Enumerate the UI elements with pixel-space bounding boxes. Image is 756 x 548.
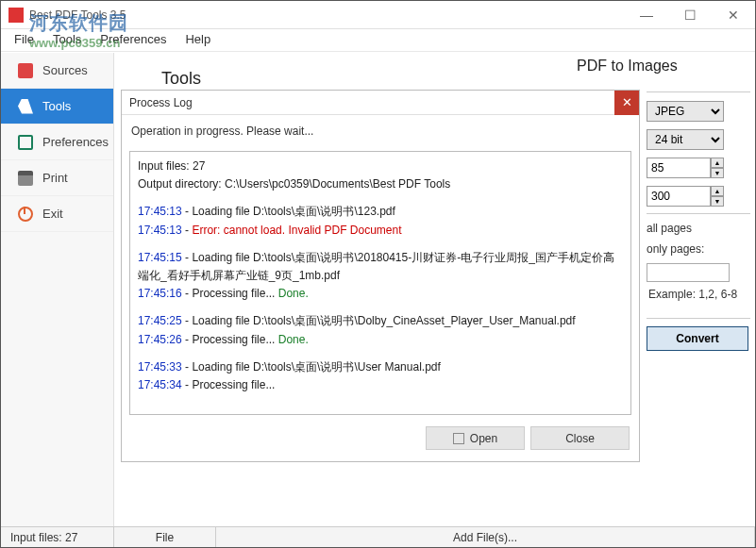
conversion-options-panel: JPEG 24 bit ▲▼ ▲▼ all pages only pages: … (647, 86, 750, 351)
log-line: 17:45:15 - Loading file D:\tools\桌面\说明书\… (138, 249, 623, 285)
menu-bar: File Tools Preferences Help (1, 29, 755, 52)
menu-preferences[interactable]: Preferences (91, 29, 176, 51)
status-input-files: Input files: 27 (1, 527, 114, 547)
print-icon (18, 171, 33, 186)
dialog-titlebar: Process Log ✕ (122, 91, 639, 115)
status-file-button[interactable]: File (114, 527, 216, 547)
sidebar: Sources Tools Preferences Print Exit (1, 53, 114, 526)
dialog-close-button[interactable]: ✕ (614, 91, 639, 115)
log-line: Input files: 27 (138, 158, 623, 175)
page-range-input[interactable] (647, 263, 730, 282)
sidebar-item-preferences[interactable]: Preferences (1, 125, 113, 160)
log-line: 17:45:26 - Processing file... Done. (138, 331, 623, 349)
sidebar-label: Sources (42, 63, 88, 77)
log-line: Output directory: C:\Users\pc0359\Docume… (138, 175, 623, 193)
title-bar: Best PDF Tools 3.5 — ☐ ✕ (1, 1, 755, 29)
sidebar-label: Exit (42, 207, 63, 221)
dpi-input[interactable] (647, 186, 711, 207)
dialog-status: Operation in progress. Please wait... (122, 115, 639, 151)
quality-input[interactable] (647, 158, 711, 178)
dpi-spinner[interactable]: ▲▼ (711, 186, 724, 207)
page-title-pdf-to-images: PDF to Images (577, 58, 678, 75)
close-window-button[interactable]: ✕ (712, 1, 755, 29)
example-text: Example: 1,2, 6-8 (648, 288, 750, 301)
menu-file[interactable]: File (5, 29, 43, 51)
log-line: 17:45:34 - Processing file... (138, 376, 623, 394)
close-button[interactable]: Close (530, 426, 630, 450)
convert-button[interactable]: Convert (647, 326, 748, 351)
open-button[interactable]: Open (426, 426, 525, 450)
sidebar-label: Print (42, 171, 68, 185)
dialog-title: Process Log (129, 96, 193, 109)
sidebar-label: Tools (42, 99, 71, 113)
log-line: 17:45:16 - Processing file... Done. (138, 285, 623, 303)
only-pages-option[interactable]: only pages: (647, 242, 750, 256)
app-icon (8, 8, 24, 23)
page-title-tools: Tools (161, 69, 201, 89)
minimize-button[interactable]: — (625, 1, 668, 29)
color-depth-select[interactable]: 24 bit (647, 129, 724, 150)
format-select[interactable]: JPEG (647, 101, 724, 122)
menu-tools[interactable]: Tools (43, 29, 91, 51)
log-line: 17:45:13 - Loading file D:\tools\桌面\说明书\… (138, 203, 623, 221)
preferences-icon (18, 135, 33, 150)
sidebar-item-sources[interactable]: Sources (1, 53, 113, 89)
all-pages-option[interactable]: all pages (647, 222, 750, 235)
process-log-dialog: Process Log ✕ Operation in progress. Ple… (121, 90, 640, 462)
maximize-button[interactable]: ☐ (668, 1, 712, 29)
log-line: 17:45:33 - Loading file D:\tools\桌面\说明书\… (138, 358, 623, 376)
window-title: Best PDF Tools 3.5 (29, 8, 126, 22)
menu-help[interactable]: Help (176, 29, 220, 51)
status-bar: Input files: 27 File Add File(s)... (1, 526, 755, 547)
status-add-files-button[interactable]: Add File(s)... (216, 527, 755, 547)
exit-icon (18, 207, 33, 222)
log-line: 17:45:25 - Loading file D:\tools\桌面\说明书\… (138, 312, 623, 330)
quality-spinner[interactable]: ▲▼ (711, 158, 724, 178)
tools-icon (18, 99, 33, 114)
sources-icon (18, 63, 33, 78)
open-icon (453, 433, 464, 444)
sidebar-item-exit[interactable]: Exit (1, 196, 113, 232)
sidebar-item-print[interactable]: Print (1, 160, 113, 196)
log-line: 17:45:13 - Error: cannot load. Invalid P… (138, 222, 623, 240)
log-textarea[interactable]: Input files: 27 Output directory: C:\Use… (129, 151, 631, 415)
sidebar-label: Preferences (42, 135, 109, 149)
sidebar-item-tools[interactable]: Tools (1, 89, 113, 125)
